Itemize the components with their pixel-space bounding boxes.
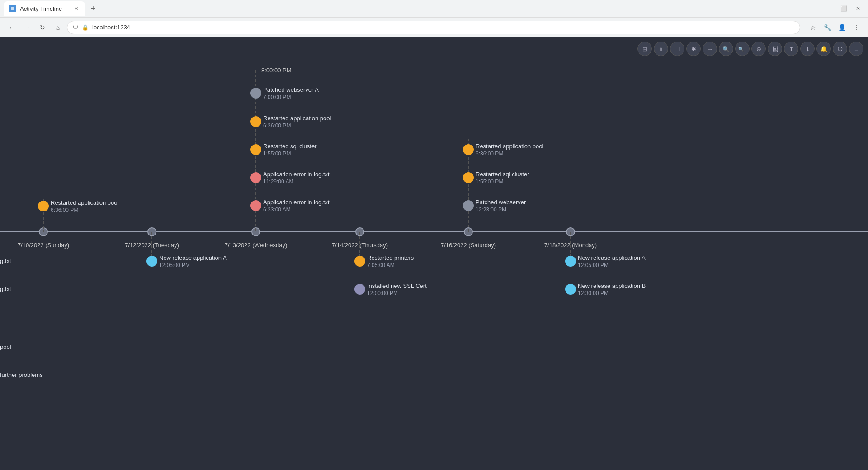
event-circle-sql-cluster-col3[interactable] (250, 144, 261, 155)
zoom-in-tool-button[interactable]: 🔍 (719, 42, 733, 56)
event-time-sql-cluster-col3: 1:55:00 PM (263, 150, 291, 157)
event-circle-restart-app-pool-col3[interactable] (250, 116, 261, 127)
close-button[interactable]: ✕ (852, 2, 864, 15)
event-time-restart-app-pool-col3: 6:36:00 PM (263, 122, 291, 129)
event-time-app-pool-col1: 6:36:00 PM (51, 207, 78, 213)
event-time-app-error1-col3: 11:29:00 AM (263, 179, 293, 185)
github-tool-button[interactable]: ⊙ (833, 42, 847, 56)
event-circle-app-error2-col3[interactable] (250, 200, 261, 211)
event-circle-app-error1-col3[interactable] (250, 172, 261, 183)
app-toolbar: ⊞ ℹ ⊣ ✱ → 🔍 🔍− ⊕ 🖼 ⬆ ⬇ 🔔 ⊙ ≡ (637, 42, 863, 56)
event-title-new-release-a-col6: New release application A (578, 254, 646, 261)
day-label-0: 7/10/2022 (Sunday) (18, 242, 69, 249)
partial-text-4: further problems (0, 371, 43, 378)
event-time-800pm: 8:00:00 PM (261, 67, 292, 74)
event-title-new-release-a-col2: New release application A (159, 254, 227, 261)
day-label-2: 7/13/2022 (Wednesday) (225, 242, 288, 249)
event-time-new-release-b-col6: 12:30:00 PM (578, 290, 609, 296)
partial-text-3: pool (0, 343, 11, 350)
event-circle-app-pool-col5[interactable] (463, 144, 474, 155)
arrow-tool-button[interactable]: → (703, 42, 717, 56)
event-circle-sql-cluster-col5[interactable] (463, 172, 474, 183)
browser-frame: Activity Timeline ✕ + — ⬜ ✕ ← → ↻ ⌂ 🛡 🔒 … (0, 0, 868, 470)
event-time-new-release-a-col2: 12:05:00 PM (159, 262, 190, 268)
star-button[interactable]: ☆ (807, 21, 819, 34)
event-title-printers-col4: Restarted printers (367, 254, 414, 261)
event-title-patched-webserver-a: Patched webserver A (263, 86, 319, 93)
window-controls: — ⬜ ✕ (823, 2, 864, 15)
event-circle-ssl-cert-col4[interactable] (354, 284, 365, 295)
browser-actions: ☆ 🔧 👤 ⋮ (807, 21, 863, 34)
event-title-new-release-b-col6: New release application B (578, 282, 646, 289)
browser-tab[interactable]: Activity Timeline ✕ (4, 1, 85, 16)
upload-tool-button[interactable]: ⬆ (784, 42, 798, 56)
day-label-4: 7/16/2022 (Saturday) (441, 242, 496, 249)
event-time-printers-col4: 7:05:00 AM (367, 262, 395, 268)
tab-title: Activity Timeline (20, 5, 62, 12)
minimize-button[interactable]: — (823, 2, 835, 15)
security-icon: 🛡 (73, 24, 78, 31)
tab-favicon (9, 5, 16, 12)
address-bar[interactable]: 🛡 🔒 localhost:1234 (67, 21, 800, 34)
event-circle-printers-col4[interactable] (354, 256, 365, 267)
event-time-patched-webserver-a: 7:00:00 PM (263, 94, 291, 100)
event-title-sql-cluster-col3: Restarted sql cluster (263, 143, 317, 150)
asterisk-tool-button[interactable]: ✱ (686, 42, 701, 56)
event-circle-new-release-a-col6[interactable] (565, 256, 576, 267)
zoom-out-tool-button[interactable]: 🔍− (735, 42, 750, 56)
zoom-fit-tool-button[interactable]: ⊕ (751, 42, 766, 56)
event-title-app-pool-col5: Restarted application pool (476, 143, 543, 150)
svg-point-0 (11, 7, 14, 10)
event-title-app-pool-col1: Restarted application pool (51, 199, 118, 206)
event-title-app-error1-col3: Application error in log.txt (263, 171, 330, 178)
browser-titlebar: Activity Timeline ✕ + — ⬜ ✕ (0, 0, 868, 17)
partial-text-1: g.txt (0, 258, 11, 264)
event-title-sql-cluster-col5: Restarted sql cluster (476, 171, 529, 178)
event-circle-new-release-b-col6[interactable] (565, 284, 576, 295)
bell-tool-button[interactable]: 🔔 (816, 42, 831, 56)
back-button[interactable]: ← (5, 21, 18, 34)
event-circle-new-release-a-col2[interactable] (146, 256, 157, 267)
event-time-new-release-a-col6: 12:05:00 PM (578, 262, 609, 268)
event-time-sql-cluster-col5: 1:55:00 PM (476, 179, 503, 185)
lock-icon: 🔒 (82, 24, 89, 31)
event-time-app-pool-col5: 6:36:00 PM (476, 150, 503, 157)
event-time-ssl-cert-col4: 12:00:00 PM (367, 290, 398, 296)
url-display: localhost:1234 (92, 24, 130, 31)
maximize-button[interactable]: ⬜ (837, 2, 850, 15)
profile-button[interactable]: 👤 (835, 21, 848, 34)
info-tool-button[interactable]: ℹ (654, 42, 668, 56)
event-circle-app-pool-col1[interactable] (38, 201, 49, 212)
browser-toolbar: ← → ↻ ⌂ 🛡 🔒 localhost:1234 ☆ 🔧 👤 ⋮ (0, 17, 868, 37)
event-time-app-error2-col3: 6:33:00 AM (263, 207, 291, 213)
new-tab-button[interactable]: + (87, 2, 99, 15)
event-title-app-error2-col3: Application error in log.txt (263, 199, 330, 206)
download-tool-button[interactable]: ⬇ (800, 42, 815, 56)
grid-tool-button[interactable]: ⊞ (637, 42, 652, 56)
image-tool-button[interactable]: 🖼 (768, 42, 782, 56)
event-time-patched-webserver-col5: 12:23:00 PM (476, 207, 506, 213)
event-title-patched-webserver-col5: Patched webserver (476, 199, 526, 206)
browser-menu-button[interactable]: ⋮ (850, 21, 863, 34)
event-title-ssl-cert-col4: Installed new SSL Cert (367, 282, 427, 289)
partial-text-2: g.txt (0, 286, 11, 292)
app-content: ⊞ ℹ ⊣ ✱ → 🔍 🔍− ⊕ 🖼 ⬆ ⬇ 🔔 ⊙ ≡ 7/10/2022 (… (0, 37, 868, 470)
tab-close-button[interactable]: ✕ (72, 5, 80, 12)
refresh-button[interactable]: ↻ (36, 21, 49, 34)
event-title-restart-app-pool-col3: Restarted application pool (263, 115, 331, 122)
event-circle-patched-webserver-col5[interactable] (463, 200, 474, 211)
home-button[interactable]: ⌂ (52, 21, 64, 34)
forward-button[interactable]: → (21, 21, 33, 34)
event-circle-patched-webserver-a[interactable] (250, 88, 261, 99)
extension-button[interactable]: 🔧 (821, 21, 834, 34)
first-tool-button[interactable]: ⊣ (670, 42, 684, 56)
menu-tool-button[interactable]: ≡ (849, 42, 863, 56)
timeline-svg: 7/10/2022 (Sunday) 7/12/2022 (Tuesday) 7… (0, 37, 868, 470)
